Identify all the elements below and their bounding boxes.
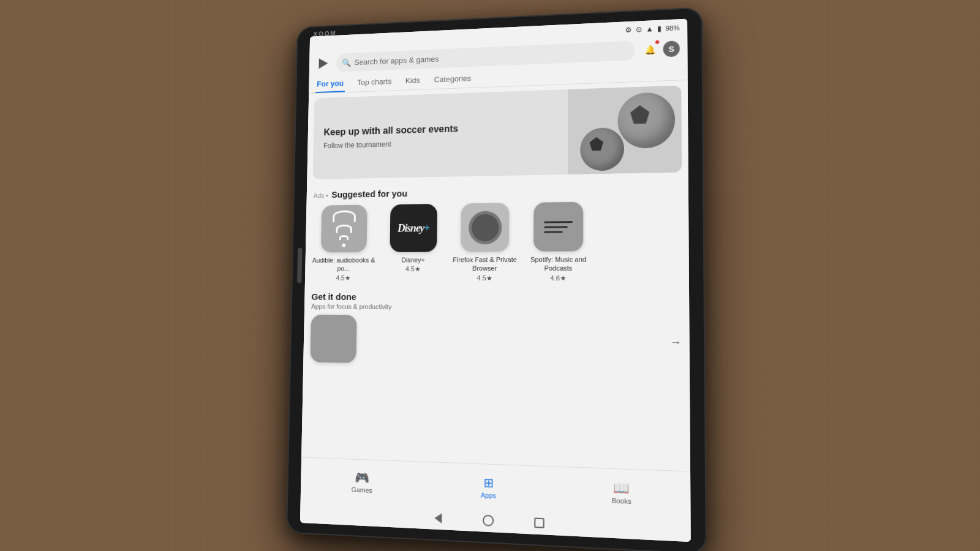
audible-icon-wrapper [321, 205, 368, 253]
get-done-row: → [310, 314, 682, 368]
app-card-audible[interactable]: Audible: audiobooks & po... 4.5★ [312, 204, 376, 282]
suggested-title: Suggested for you [331, 188, 407, 199]
audible-icon [321, 205, 368, 253]
banner-title: Keep up with all soccer events [323, 120, 557, 139]
firefox-circle [468, 211, 502, 244]
firefox-name: Firefox Fast & Private Browser [451, 255, 518, 273]
user-avatar[interactable]: S [663, 40, 680, 57]
audible-arc-1 [333, 210, 356, 222]
search-icon: 🔍 [342, 58, 351, 67]
audible-dot [342, 244, 345, 247]
tab-for-you[interactable]: For you [315, 75, 345, 93]
search-placeholder-text: Search for apps & games [354, 54, 439, 67]
firefox-icon [461, 203, 509, 252]
display-icon: ⊙ [636, 25, 642, 34]
tab-top-charts[interactable]: Top charts [356, 73, 393, 92]
games-label: Games [352, 485, 372, 493]
wifi-icon: ▲ [646, 24, 654, 33]
disney-name: Disney+ [401, 256, 425, 264]
spotify-line-2 [544, 226, 567, 228]
get-done-subtitle: Apps for focus & productivity [311, 302, 681, 312]
get-done-app-1[interactable] [310, 314, 356, 362]
banner-subtitle: Follow the tournament [323, 136, 557, 150]
ads-label: Ads • [314, 192, 328, 199]
spotify-rating: 4.6★ [550, 274, 566, 282]
spotify-line-1 [544, 221, 573, 223]
soccer-ball-1 [617, 92, 675, 149]
notification-icon[interactable]: 🔔 [641, 42, 658, 58]
tablet-body: XOOM ⚙ ⊙ ▲ ▮ 98% 🔍 [286, 7, 707, 551]
audible-arc-3 [339, 235, 349, 240]
apps-label: Apps [481, 491, 496, 499]
side-button[interactable] [297, 248, 303, 283]
bottom-nav-books[interactable]: 📖 Books [554, 473, 691, 511]
tab-kids[interactable]: Kids [404, 72, 421, 90]
get-done-section: Get it done Apps for focus & productivit… [303, 287, 690, 372]
back-button[interactable] [431, 511, 445, 526]
spotify-line-3 [544, 231, 562, 233]
audible-rating: 4.5★ [336, 274, 350, 282]
settings-icon: ⚙ [625, 26, 632, 34]
tab-categories[interactable]: Categories [433, 70, 473, 89]
spotify-name: Spotify: Music and Podcasts [524, 255, 593, 272]
play-button[interactable] [316, 56, 331, 71]
spotify-icon [533, 202, 583, 252]
app-card-disney[interactable]: Disney+ Disney+ 4.5★ [380, 204, 446, 282]
audible-wifi-graphic [333, 210, 356, 247]
recent-icon [534, 517, 544, 528]
screen-content: ⚙ ⊙ ▲ ▮ 98% 🔍 Search for apps & games [300, 19, 691, 542]
suggested-apps-row: Audible: audiobooks & po... 4.5★ Disney+… [305, 198, 689, 287]
main-content: Keep up with all soccer events Follow th… [301, 80, 690, 471]
bottom-nav-games[interactable]: 🎮 Games [301, 464, 424, 500]
notification-dot [655, 40, 659, 44]
tablet-screen: ⚙ ⊙ ▲ ▮ 98% 🔍 Search for apps & games [300, 19, 691, 542]
arrow-right-icon[interactable]: → [669, 336, 681, 350]
app-card-firefox[interactable]: Firefox Fast & Private Browser 4.5★ [451, 203, 518, 282]
battery-icon: ▮ [657, 24, 662, 33]
back-icon [434, 513, 442, 523]
spotify-lines-graphic [544, 221, 573, 233]
soccer-ball-2 [580, 127, 624, 171]
app-card-spotify[interactable]: Spotify: Music and Podcasts 4.6★ [524, 201, 593, 282]
firefox-icon-wrapper [461, 203, 509, 252]
get-done-title: Get it done [311, 291, 681, 304]
gamepad-icon: 🎮 [355, 470, 369, 485]
book-icon: 📖 [613, 479, 629, 495]
disney-icon: Disney+ [390, 204, 437, 252]
tablet-device: XOOM ⚙ ⊙ ▲ ▮ 98% 🔍 [286, 7, 707, 551]
spotify-icon-wrapper [533, 202, 583, 252]
home-icon [483, 515, 494, 527]
firefox-rating: 4.5★ [477, 274, 492, 282]
bottom-nav-apps[interactable]: ⊞ Apps [424, 469, 554, 506]
banner-text: Keep up with all soccer events Follow th… [313, 110, 568, 160]
banner-card[interactable]: Keep up with all soccer events Follow th… [312, 85, 682, 179]
soccer-background [568, 85, 682, 174]
home-button[interactable] [481, 513, 495, 528]
apps-grid-icon: ⊞ [483, 474, 494, 490]
audible-name: Audible: audiobooks & po... [312, 256, 375, 273]
banner-image [568, 85, 682, 174]
books-label: Books [611, 497, 631, 505]
disney-rating: 4.5★ [405, 266, 420, 274]
audible-arc-2 [336, 225, 352, 233]
play-icon [318, 58, 328, 69]
recent-button[interactable] [532, 515, 546, 530]
disney-icon-wrapper: Disney+ [390, 204, 437, 252]
battery-percentage: 98% [666, 24, 680, 32]
nav-icons: 🔔 S [641, 40, 679, 58]
